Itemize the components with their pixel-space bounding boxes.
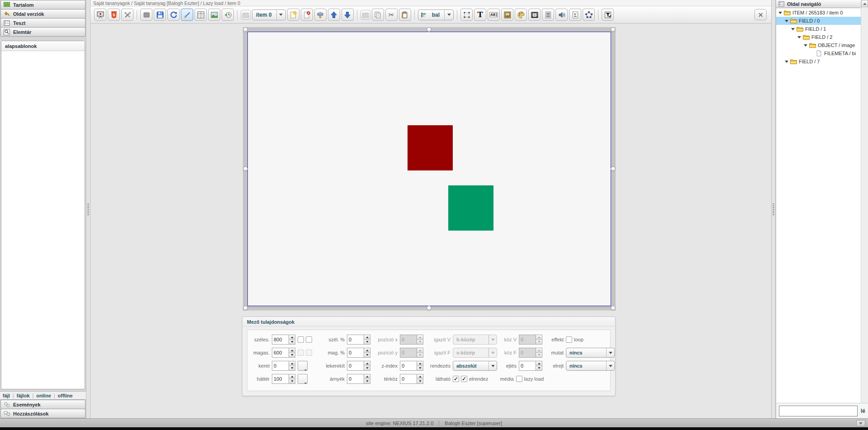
spinner-input[interactable] bbox=[272, 335, 289, 345]
history-clock-button[interactable] bbox=[222, 9, 234, 21]
resize-handle-top-middle[interactable] bbox=[427, 27, 432, 32]
spinner-input[interactable] bbox=[347, 361, 364, 371]
spinner-input[interactable] bbox=[519, 361, 536, 371]
checkbox[interactable] bbox=[298, 336, 304, 343]
tree-node-item-265183-item-0[interactable]: ITEM / 265183 / item 0 bbox=[776, 9, 861, 17]
spinner-input[interactable] bbox=[347, 348, 364, 358]
spinner-input[interactable] bbox=[400, 335, 417, 345]
spinner-up-icon[interactable] bbox=[417, 361, 423, 366]
spinner-down-icon[interactable] bbox=[536, 353, 542, 358]
film-doc-button[interactable] bbox=[542, 9, 554, 21]
chevron-down-icon[interactable] bbox=[444, 10, 453, 20]
image-frame-button[interactable] bbox=[501, 9, 513, 21]
resize-handle-bottom-left[interactable] bbox=[243, 306, 248, 311]
tab-fájl[interactable]: fájl bbox=[3, 393, 10, 398]
item-select-dropdown[interactable]: item 0 bbox=[252, 9, 286, 20]
sidebar-item-oldal-verzi-k[interactable]: Oldal verziók bbox=[0, 9, 85, 19]
spinner-down-icon[interactable] bbox=[289, 366, 295, 371]
spinner-up-icon[interactable] bbox=[289, 361, 295, 366]
sidebar-item-hozz-sz-l-sok[interactable]: Hozzászólások bbox=[0, 409, 85, 418]
spinner-input[interactable] bbox=[272, 374, 289, 384]
spinner-down-icon[interactable] bbox=[417, 366, 423, 371]
tab-online[interactable]: online bbox=[36, 393, 51, 398]
template-panel-header[interactable]: alapsablonok bbox=[1, 41, 85, 51]
spinner-up-icon[interactable] bbox=[364, 348, 370, 353]
right-splitter-grip[interactable] bbox=[773, 203, 774, 215]
tree-expander-icon[interactable] bbox=[784, 20, 789, 22]
color-picker[interactable] bbox=[298, 374, 308, 384]
spinner-up-icon[interactable] bbox=[536, 348, 542, 353]
checkbox[interactable] bbox=[298, 350, 304, 356]
elrejt-dropdown[interactable]: nincs bbox=[566, 361, 615, 371]
spinner-input[interactable] bbox=[272, 361, 289, 371]
tab-offline[interactable]: offline bbox=[58, 393, 73, 398]
spinner-input[interactable] bbox=[347, 335, 364, 345]
left-splitter[interactable] bbox=[86, 0, 90, 418]
cut-scissors-button[interactable]: ✂ bbox=[385, 9, 398, 21]
spinner-down-icon[interactable] bbox=[536, 366, 542, 371]
green-square[interactable] bbox=[448, 185, 493, 231]
tree-node-field-7[interactable]: FIELD / 7 bbox=[776, 57, 861, 66]
image-photo-button[interactable] bbox=[208, 9, 220, 21]
chevron-down-icon[interactable] bbox=[606, 361, 614, 370]
resize-handle-bottom-right[interactable] bbox=[611, 306, 616, 311]
navigator-footer-input[interactable] bbox=[779, 406, 858, 416]
spinner-up-icon[interactable] bbox=[289, 335, 295, 340]
spinner-down-icon[interactable] bbox=[364, 379, 370, 384]
palette-button[interactable] bbox=[515, 9, 527, 21]
resize-handle-middle-left[interactable] bbox=[243, 166, 248, 171]
spinner-up-icon[interactable] bbox=[536, 335, 542, 340]
igazít F-dropdown[interactable]: v-közép bbox=[453, 348, 497, 358]
html5-export-button[interactable]: 5 bbox=[108, 9, 120, 21]
spinner-input[interactable] bbox=[400, 361, 417, 371]
spinner-input[interactable] bbox=[347, 374, 364, 384]
spinner-down-icon[interactable] bbox=[364, 340, 370, 345]
spinner-up-icon[interactable] bbox=[289, 348, 295, 353]
spinner-down-icon[interactable] bbox=[289, 379, 295, 384]
spinner-up-icon[interactable] bbox=[417, 348, 423, 353]
sidebar-item-tartalom[interactable]: Tartalom bbox=[0, 0, 85, 9]
spinner-up-icon[interactable] bbox=[417, 374, 423, 379]
form-table-button[interactable] bbox=[194, 9, 207, 21]
tree-expander-icon[interactable] bbox=[778, 12, 783, 14]
spinner-input[interactable] bbox=[272, 348, 289, 358]
chevron-down-icon[interactable] bbox=[489, 335, 497, 344]
sidebar-item-esem-nyek[interactable]: Események bbox=[0, 400, 85, 409]
spinner-up-icon[interactable] bbox=[364, 374, 370, 379]
toolbar-close-button[interactable]: ✕ bbox=[754, 9, 767, 20]
selection-frame-button[interactable] bbox=[460, 9, 473, 21]
spinner-down-icon[interactable] bbox=[364, 353, 370, 358]
spinner-input[interactable] bbox=[400, 348, 417, 358]
spinner-up-icon[interactable] bbox=[417, 335, 423, 340]
formula-sigma-button[interactable]: Σ bbox=[569, 9, 581, 21]
page-canvas[interactable] bbox=[247, 32, 611, 306]
align-select-dropdown[interactable]: bal bbox=[418, 9, 454, 20]
page-navigator-header[interactable]: Oldal navigáló bbox=[776, 0, 868, 8]
tree-node-filemeta-bi[interactable]: FILEMETA / bi bbox=[776, 49, 861, 57]
paintbrush-button[interactable] bbox=[181, 9, 193, 21]
spinner-up-icon[interactable] bbox=[536, 361, 542, 366]
resize-handle-bottom-middle[interactable] bbox=[427, 306, 432, 311]
spinner-down-icon[interactable] bbox=[364, 366, 370, 371]
checkbox[interactable] bbox=[566, 336, 572, 343]
tree-expander-icon[interactable] bbox=[784, 61, 789, 63]
right-splitter[interactable] bbox=[771, 0, 776, 418]
spinner-up-icon[interactable] bbox=[364, 361, 370, 366]
spinner-down-icon[interactable] bbox=[417, 353, 423, 358]
checkbox[interactable] bbox=[306, 336, 312, 343]
spinner-input[interactable] bbox=[519, 348, 536, 358]
tree-expander-icon[interactable] bbox=[791, 28, 795, 30]
spinner-down-icon[interactable] bbox=[417, 379, 423, 384]
spinner-up-icon[interactable] bbox=[289, 374, 295, 379]
audio-speaker-button[interactable] bbox=[555, 9, 568, 21]
sidebar-item-teszt[interactable]: Teszt bbox=[0, 18, 85, 28]
spinner-down-icon[interactable] bbox=[289, 353, 295, 358]
page-tree-scrollbar[interactable] bbox=[861, 0, 868, 403]
tree-node-field-2[interactable]: FIELD / 2 bbox=[776, 33, 861, 41]
page-add-button[interactable] bbox=[287, 9, 299, 21]
scroll-up-icon[interactable] bbox=[861, 0, 868, 7]
spinner-down-icon[interactable] bbox=[536, 340, 542, 345]
tab-fájlok[interactable]: fájlok bbox=[17, 393, 30, 398]
move-down-button[interactable] bbox=[342, 9, 354, 21]
refresh-button[interactable] bbox=[167, 9, 180, 21]
